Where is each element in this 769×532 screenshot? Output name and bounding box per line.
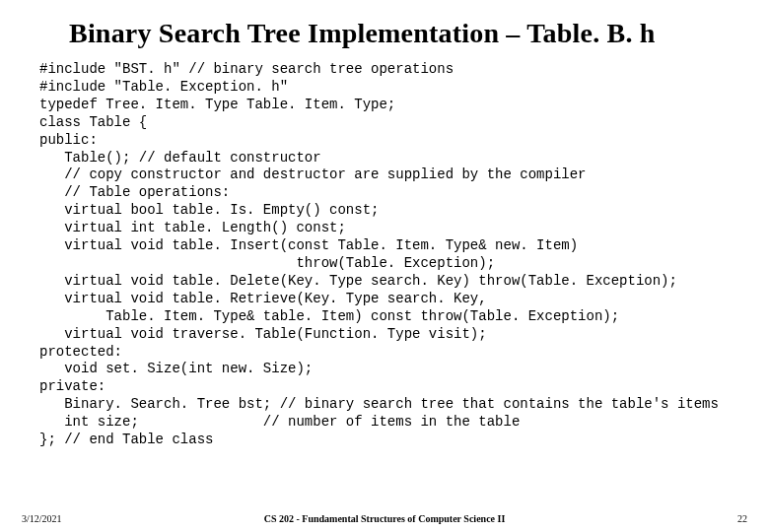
slide: Binary Search Tree Implementation – Tabl… (0, 0, 769, 532)
slide-title: Binary Search Tree Implementation – Tabl… (0, 0, 769, 55)
footer-page-number: 22 (737, 513, 747, 524)
footer-date: 3/12/2021 (22, 513, 62, 524)
footer-course: CS 202 - Fundamental Structures of Compu… (264, 513, 506, 524)
code-block: #include "BST. h" // binary search tree … (0, 55, 769, 449)
